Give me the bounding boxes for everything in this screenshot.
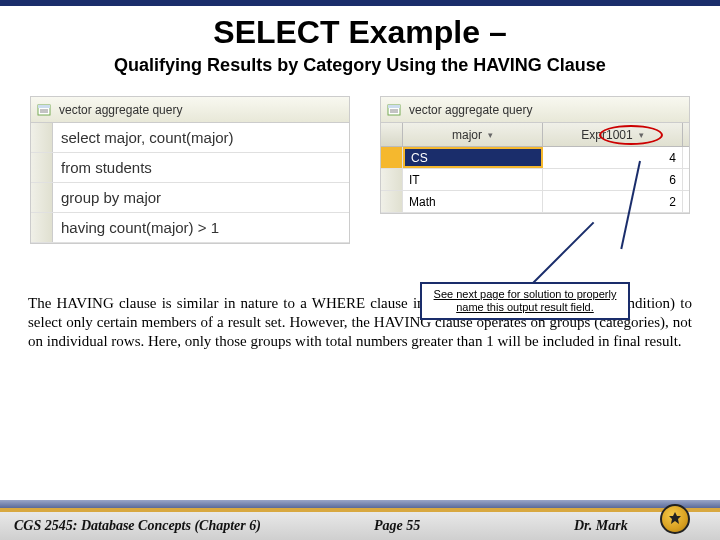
svg-rect-1 <box>38 105 50 108</box>
header-major: major ▾ <box>403 123 543 146</box>
callout-text: See next page for solution to properly n… <box>434 288 617 313</box>
result-titlebar: vector aggregate query <box>381 97 689 123</box>
code-row: select major, count(major) <box>31 123 349 153</box>
ucf-logo-icon <box>660 504 690 534</box>
code-row: from students <box>31 153 349 183</box>
footer-course: CGS 2545: Database Concepts (Chapter 6) <box>14 518 374 534</box>
table-row: CS 4 <box>381 147 689 169</box>
footer: CGS 2545: Database Concepts (Chapter 6) … <box>0 500 720 540</box>
query-icon <box>385 101 403 119</box>
callout-box: See next page for solution to properly n… <box>420 282 630 320</box>
table-row: IT 6 <box>381 169 689 191</box>
sql-editor-titlebar: vector aggregate query <box>31 97 349 123</box>
slide-subtitle: Qualifying Results by Category Using the… <box>0 55 720 76</box>
dropdown-icon: ▾ <box>639 130 644 140</box>
code-row: having count(major) > 1 <box>31 213 349 243</box>
svg-rect-5 <box>388 105 400 108</box>
dropdown-icon: ▾ <box>488 130 493 140</box>
query-icon <box>35 101 53 119</box>
row-gutter <box>381 169 403 190</box>
code-gutter <box>31 123 53 152</box>
cell-value: 4 <box>543 147 683 168</box>
header-expr: Expr1001 ▾ <box>543 123 683 146</box>
header-expr-label: Expr1001 <box>581 128 632 142</box>
sql-editor-tab-label: vector aggregate query <box>59 103 182 117</box>
cell-value: 2 <box>543 191 683 212</box>
code-line-1: select major, count(major) <box>53 123 349 152</box>
result-header-row: major ▾ Expr1001 ▾ <box>381 123 689 147</box>
code-gutter <box>31 183 53 212</box>
code-gutter <box>31 213 53 242</box>
cell-value: 6 <box>543 169 683 190</box>
slide-title: SELECT Example – <box>0 14 720 51</box>
header-gutter <box>381 123 403 146</box>
footer-bar: CGS 2545: Database Concepts (Chapter 6) … <box>0 512 720 540</box>
sql-editor-panel: vector aggregate query select major, cou… <box>30 96 350 244</box>
code-row: group by major <box>31 183 349 213</box>
row-gutter <box>381 147 403 168</box>
top-border <box>0 0 720 6</box>
cell-major: CS <box>403 147 543 168</box>
code-line-4: having count(major) > 1 <box>53 213 349 242</box>
header-major-label: major <box>452 128 482 142</box>
result-grid-panel: vector aggregate query major ▾ Expr1001 … <box>380 96 690 214</box>
code-line-3: group by major <box>53 183 349 212</box>
cell-major: Math <box>403 191 543 212</box>
table-row: Math 2 <box>381 191 689 213</box>
code-line-2: from students <box>53 153 349 182</box>
footer-page: Page 55 <box>374 518 574 534</box>
cell-major: IT <box>403 169 543 190</box>
row-gutter <box>381 191 403 212</box>
result-tab-label: vector aggregate query <box>409 103 532 117</box>
code-gutter <box>31 153 53 182</box>
footer-stripe-blue <box>0 500 720 508</box>
